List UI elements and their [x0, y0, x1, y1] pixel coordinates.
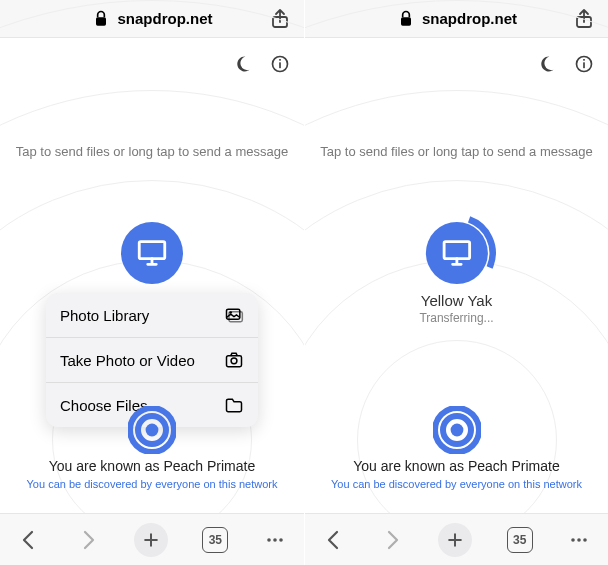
- peer-device[interactable]: Yellow Yak Transferring...: [419, 222, 493, 325]
- sheet-take-photo[interactable]: Take Photo or Video: [46, 337, 258, 382]
- forward-icon: [76, 528, 100, 552]
- info-button[interactable]: [574, 54, 594, 74]
- broadcast-indicator: [128, 406, 176, 454]
- info-icon: [270, 54, 290, 74]
- moon-icon: [536, 54, 556, 74]
- plus-icon: [445, 530, 465, 550]
- peer-status: Transferring...: [419, 311, 493, 325]
- peer-avatar: [426, 222, 488, 284]
- new-tab-button[interactable]: [438, 523, 472, 557]
- discover-note: You can be discovered by everyone on thi…: [305, 478, 608, 490]
- back-icon: [17, 528, 41, 552]
- svg-point-17: [418, 214, 496, 292]
- screenshot-left: snapdrop.net Tap to send files or long t…: [0, 0, 304, 565]
- instruction-text: Tap to send files or long tap to send a …: [0, 144, 304, 159]
- sheet-label: Photo Library: [60, 307, 149, 324]
- instruction-text: Tap to send files or long tap to send a …: [305, 144, 608, 159]
- more-icon: [567, 528, 591, 552]
- browser-toolbar: 35: [305, 513, 608, 565]
- peer-device[interactable]: [121, 222, 183, 284]
- plus-icon: [141, 530, 161, 550]
- forward-icon: [380, 528, 404, 552]
- forward-button[interactable]: [76, 528, 100, 552]
- sheet-label: Take Photo or Video: [60, 352, 195, 369]
- screenshot-right: snapdrop.net Tap to send files or long t…: [304, 0, 608, 565]
- more-icon: [263, 528, 287, 552]
- folder-icon: [224, 395, 244, 415]
- peer-avatar: [121, 222, 183, 284]
- back-button[interactable]: [17, 528, 41, 552]
- progress-ring: [418, 214, 496, 292]
- photos-icon: [224, 305, 244, 325]
- broadcast-indicator: [433, 406, 481, 454]
- back-button[interactable]: [322, 528, 346, 552]
- dark-mode-button[interactable]: [232, 54, 252, 74]
- discover-note: You can be discovered by everyone on thi…: [0, 478, 304, 490]
- tabs-button[interactable]: 35: [507, 527, 533, 553]
- back-icon: [322, 528, 346, 552]
- tabs-button[interactable]: 35: [202, 527, 228, 553]
- known-as-text: You are known as Peach Primate: [305, 458, 608, 474]
- sheet-photo-library[interactable]: Photo Library: [46, 293, 258, 337]
- camera-icon: [224, 350, 244, 370]
- more-button[interactable]: [567, 528, 591, 552]
- peer-name: Yellow Yak: [419, 292, 493, 309]
- info-icon: [574, 54, 594, 74]
- browser-toolbar: 35: [0, 513, 304, 565]
- moon-icon: [232, 54, 252, 74]
- new-tab-button[interactable]: [134, 523, 168, 557]
- more-button[interactable]: [263, 528, 287, 552]
- known-as-text: You are known as Peach Primate: [0, 458, 304, 474]
- info-button[interactable]: [270, 54, 290, 74]
- dark-mode-button[interactable]: [536, 54, 556, 74]
- forward-button[interactable]: [380, 528, 404, 552]
- broadcast-icon: [433, 406, 481, 454]
- broadcast-icon: [128, 406, 176, 454]
- monitor-icon: [135, 236, 169, 270]
